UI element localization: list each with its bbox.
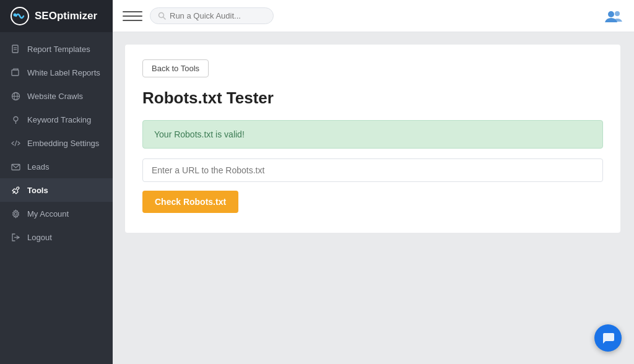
sidebar-nav: Report Templates White Label Reports Web… [0, 32, 113, 364]
sidebar-item-embedding-settings-label: Embedding Settings [27, 139, 99, 148]
mail-icon [10, 161, 21, 172]
chat-button[interactable] [594, 324, 622, 352]
topbar-right [603, 6, 624, 27]
svg-point-1 [14, 14, 17, 17]
sidebar-item-keyword-tracking[interactable]: Keyword Tracking [0, 108, 113, 131]
sidebar-item-keyword-tracking-label: Keyword Tracking [27, 115, 91, 124]
main-area: Back to Tools Robots.txt Tester Your Rob… [113, 0, 634, 364]
logo-icon [10, 6, 30, 26]
sidebar-item-report-templates[interactable]: Report Templates [0, 37, 113, 61]
page-title: Robots.txt Tester [142, 89, 603, 108]
sidebar-item-tools[interactable]: Tools [0, 178, 113, 202]
svg-line-11 [15, 141, 17, 146]
search-icon [158, 12, 166, 20]
users-icon[interactable] [603, 6, 624, 27]
svg-point-19 [615, 11, 620, 16]
sidebar-item-logout-label: Logout [27, 233, 52, 242]
svg-point-9 [14, 116, 18, 121]
app-name: SEOptimizer [35, 10, 97, 22]
svg-point-18 [608, 11, 614, 17]
check-robots-button[interactable]: Check Robots.txt [142, 191, 238, 213]
sidebar-item-white-label-reports-label: White Label Reports [27, 68, 100, 77]
sidebar-item-leads[interactable]: Leads [0, 155, 113, 178]
svg-point-14 [14, 212, 17, 215]
success-banner: Your Robots.txt is valid! [142, 120, 603, 149]
svg-rect-5 [12, 70, 19, 76]
sidebar-item-my-account[interactable]: My Account [0, 202, 113, 225]
search-input[interactable] [170, 11, 256, 20]
sidebar-item-website-crawls[interactable]: Website Crawls [0, 84, 113, 108]
file-icon [10, 43, 21, 54]
sidebar-item-embedding-settings[interactable]: Embedding Settings [0, 131, 113, 155]
url-input[interactable] [142, 158, 603, 182]
embed-icon [10, 137, 21, 149]
sidebar-item-leads-label: Leads [27, 162, 49, 171]
main-card: Back to Tools Robots.txt Tester Your Rob… [125, 45, 620, 233]
logo[interactable]: SEOptimizer [0, 0, 113, 32]
sidebar: SEOptimizer Report Templates White Label… [0, 0, 113, 364]
sidebar-item-website-crawls-label: Website Crawls [27, 92, 83, 101]
sidebar-item-my-account-label: My Account [27, 209, 69, 219]
sidebar-item-tools-label: Tools [27, 186, 48, 195]
sidebar-item-report-templates-label: Report Templates [27, 45, 90, 54]
svg-line-17 [163, 17, 166, 20]
pin-icon [10, 114, 21, 125]
globe-icon [10, 90, 21, 102]
logout-icon [10, 232, 21, 243]
back-to-tools-button[interactable]: Back to Tools [142, 59, 209, 77]
gear-icon [10, 208, 21, 219]
search-box[interactable] [150, 7, 274, 24]
tag-icon [10, 67, 21, 78]
sidebar-item-logout[interactable]: Logout [0, 225, 113, 249]
content-area: Back to Tools Robots.txt Tester Your Rob… [113, 32, 634, 364]
menu-button[interactable] [123, 6, 142, 26]
svg-rect-2 [12, 45, 18, 53]
tool-icon [10, 184, 21, 196]
sidebar-item-white-label-reports[interactable]: White Label Reports [0, 61, 113, 84]
topbar [113, 0, 634, 32]
